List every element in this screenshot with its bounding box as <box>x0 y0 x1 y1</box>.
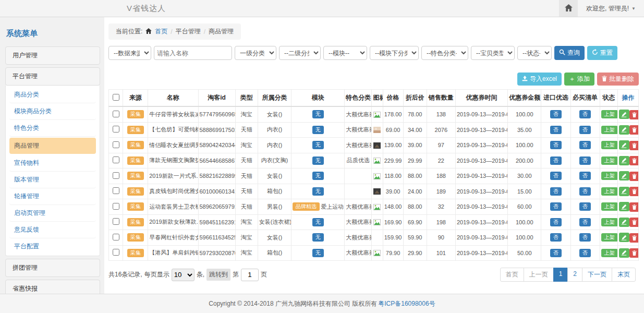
status-toggle[interactable]: 上架 <box>601 202 618 211</box>
sidebar-item-版本管理[interactable]: 版本管理 <box>9 172 96 188</box>
edit-button[interactable] <box>619 248 629 258</box>
sidebar-item-平台管理[interactable]: 平台管理 <box>5 67 100 86</box>
import-select-toggle[interactable]: 否 <box>550 126 562 134</box>
delete-button[interactable] <box>629 172 639 181</box>
status-toggle[interactable]: 上架 <box>601 156 618 165</box>
edit-button[interactable] <box>619 171 629 180</box>
edit-button[interactable] <box>619 110 629 119</box>
import-select-toggle[interactable]: 否 <box>550 218 562 226</box>
sidebar-item-商品分类[interactable]: 商品分类 <box>9 87 96 103</box>
pagination-下一页[interactable]: 下一页 <box>582 268 612 282</box>
delete-button[interactable] <box>629 141 639 150</box>
status-toggle[interactable]: 上架 <box>601 141 618 149</box>
status-toggle[interactable]: 上架 <box>601 218 618 226</box>
breadcrumb-home-link[interactable]: 首页 <box>155 27 167 36</box>
row-checkbox[interactable] <box>113 126 119 133</box>
import-select-toggle[interactable]: 否 <box>550 233 562 242</box>
must-buy-toggle[interactable]: 否 <box>579 110 591 118</box>
sidebar-item-轮播管理[interactable]: 轮播管理 <box>9 188 96 205</box>
edit-button[interactable] <box>619 140 629 150</box>
status-toggle[interactable]: 上架 <box>601 172 618 180</box>
sidebar-item-拼团管理[interactable]: 拼团管理 <box>5 259 100 277</box>
status-filter-select[interactable]: --状态-- <box>517 46 552 60</box>
user-menu[interactable]: 欢迎您, 管理员! ▼ <box>578 0 644 17</box>
sidebar-item-用户管理[interactable]: 用户管理 <box>5 46 100 65</box>
must-buy-toggle[interactable]: 否 <box>579 233 591 242</box>
import-excel-button[interactable]: 导入excel <box>517 73 562 86</box>
per-page-select[interactable]: 10 <box>172 269 195 281</box>
delete-button[interactable] <box>629 187 639 196</box>
edit-button[interactable] <box>619 233 629 242</box>
must-buy-toggle[interactable]: 否 <box>579 141 591 149</box>
must-buy-toggle[interactable]: 否 <box>579 126 591 134</box>
row-checkbox[interactable] <box>113 111 119 117</box>
status-toggle[interactable]: 上架 <box>601 233 618 242</box>
sidebar-item-意见反馈[interactable]: 意见反馈 <box>9 222 96 238</box>
search-button[interactable]: 查询 <box>554 46 585 60</box>
home-button[interactable] <box>559 0 578 17</box>
sidebar-item-特色分类[interactable]: 特色分类 <box>9 120 96 137</box>
select-all-checkbox[interactable] <box>113 94 119 101</box>
edit-button[interactable] <box>619 156 629 165</box>
must-buy-toggle[interactable]: 否 <box>579 187 591 196</box>
row-checkbox[interactable] <box>113 172 119 179</box>
pagination-末页[interactable]: 末页 <box>612 268 636 282</box>
edit-button[interactable] <box>619 187 629 196</box>
import-select-toggle[interactable]: 否 <box>550 172 562 180</box>
must-buy-toggle[interactable]: 否 <box>579 202 591 211</box>
item-type-filter-select[interactable]: --宝贝类型-- <box>471 46 515 60</box>
status-toggle[interactable]: 上架 <box>601 110 618 118</box>
reset-button[interactable]: 重置 <box>587 46 617 60</box>
sidebar-item-宣传物料[interactable]: 宣传物料 <box>9 155 96 172</box>
data-source-filter-select[interactable]: --数据来源-- <box>108 46 151 60</box>
delete-button[interactable] <box>629 156 639 165</box>
delete-button[interactable] <box>629 233 639 243</box>
module-filter-select[interactable]: --模块-- <box>323 46 367 60</box>
row-checkbox[interactable] <box>113 249 119 256</box>
status-toggle[interactable]: 上架 <box>601 249 618 257</box>
sidebar-item-模块商品分类[interactable]: 模块商品分类 <box>9 103 96 120</box>
breadcrumb-separator: / <box>204 28 205 35</box>
status-toggle[interactable]: 上架 <box>601 187 618 196</box>
pagination-1[interactable]: 1 <box>553 268 568 282</box>
feature-category-filter-select[interactable]: --特色分类-- <box>421 46 468 60</box>
delete-button[interactable] <box>629 248 639 258</box>
name-filter-input[interactable] <box>154 46 232 60</box>
jump-button[interactable]: 跳转到 <box>206 269 230 281</box>
must-buy-toggle[interactable]: 否 <box>579 172 591 180</box>
must-buy-toggle[interactable]: 否 <box>579 156 591 165</box>
row-checkbox[interactable] <box>113 218 119 225</box>
import-select-toggle[interactable]: 否 <box>550 202 562 211</box>
jump-page-input[interactable] <box>241 269 259 281</box>
icp-link[interactable]: 粤ICP备16098006号 <box>378 299 435 308</box>
import-select-toggle[interactable]: 否 <box>550 187 562 196</box>
import-select-toggle[interactable]: 否 <box>550 156 562 165</box>
row-checkbox[interactable] <box>113 187 119 194</box>
import-select-toggle[interactable]: 否 <box>550 110 562 118</box>
row-checkbox[interactable] <box>113 141 119 148</box>
must-buy-toggle[interactable]: 否 <box>579 249 591 257</box>
import-select-toggle[interactable]: 否 <box>550 141 562 149</box>
module-subcategory-filter-select[interactable]: --模块下分类-- <box>370 46 419 60</box>
delete-button[interactable] <box>629 202 639 212</box>
row-checkbox[interactable] <box>113 234 119 240</box>
edit-button[interactable] <box>619 125 629 135</box>
edit-button[interactable] <box>619 202 629 211</box>
delete-button[interactable] <box>629 110 639 119</box>
status-toggle[interactable]: 上架 <box>601 126 618 134</box>
sidebar-item-启动页管理[interactable]: 启动页管理 <box>9 205 96 222</box>
delete-button[interactable] <box>629 218 639 227</box>
pagination-2[interactable]: 2 <box>567 268 582 282</box>
add-button[interactable]: ＋ 添加 <box>564 73 594 86</box>
sidebar-item-商品管理[interactable]: 商品管理 <box>9 138 96 154</box>
batch-delete-button[interactable]: 批量删除 <box>597 73 639 86</box>
row-checkbox[interactable] <box>113 203 119 210</box>
level2-category-filter-select[interactable]: --二级分类-- <box>279 46 321 60</box>
sidebar-item-平台配置[interactable]: 平台配置 <box>9 238 96 255</box>
row-checkbox[interactable] <box>113 156 119 163</box>
import-select-toggle[interactable]: 否 <box>550 249 562 257</box>
edit-button[interactable] <box>619 218 629 227</box>
level1-category-filter-select[interactable]: 一级分类 <box>235 46 276 60</box>
delete-button[interactable] <box>629 125 639 135</box>
must-buy-toggle[interactable]: 否 <box>579 218 591 226</box>
